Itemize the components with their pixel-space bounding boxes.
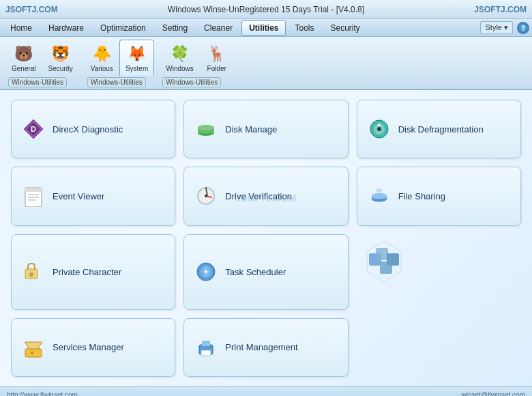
svg-point-31 xyxy=(205,270,207,273)
help-button[interactable]: ? xyxy=(517,22,529,34)
tool-card-label: Print Management xyxy=(225,342,297,352)
svg-rect-40 xyxy=(202,341,210,346)
private-character-icon xyxy=(21,259,46,284)
toolbar-btn-label: Various xyxy=(91,65,113,72)
svg-rect-28 xyxy=(31,274,32,277)
toolbar-btn-windows[interactable]: 🍀Windows xyxy=(160,40,200,76)
footer: http://www.tlwinset.com winset@tlwinset.… xyxy=(0,386,532,396)
decoration-cube xyxy=(357,234,521,310)
tool-card-drive-verification[interactable]: Drive Verification xyxy=(183,167,348,225)
disk-defragmentation-icon: ▲ xyxy=(367,117,391,141)
brand-left: JSOFTJ.COM xyxy=(5,5,58,14)
menu-item-setting[interactable]: Setting xyxy=(155,20,195,36)
tool-card-label: Services Manager xyxy=(53,342,124,352)
tool-card-task-scheduler[interactable]: Task Scheduler xyxy=(183,234,348,310)
menu-item-cleaner[interactable]: Cleaner xyxy=(196,20,240,36)
services-manager-icon xyxy=(21,335,46,360)
toolbar-group-label-2[interactable]: Windows-Utilities xyxy=(162,77,221,87)
tool-card-disk-defragmentation[interactable]: ▲Disk Defragmentation xyxy=(357,100,521,158)
toolbar-group-label-1[interactable]: Windows-Utilities xyxy=(87,77,146,87)
brand-right: JSOFTJ.COM xyxy=(474,5,527,14)
toolbar-btn-system[interactable]: 🦊System xyxy=(119,40,154,76)
svg-text:▲: ▲ xyxy=(376,122,381,126)
tool-card-label: Event Viewer xyxy=(53,191,104,201)
menu-item-home[interactable]: Home xyxy=(3,20,40,36)
toolbar: 🐻General🐯SecurityWindows-Utilities🐥Vario… xyxy=(0,37,532,90)
menu-item-utilities[interactable]: Utilities xyxy=(241,20,286,36)
toolbar-btn-label: Security xyxy=(48,65,73,72)
menubar: HomeHardwareOptimizationSettingCleanerUt… xyxy=(0,19,532,37)
app-title: Windows Winse-UnRegistered 15 Days Trial… xyxy=(168,5,364,14)
main-content: DDirecX DiagnosticDisk Manage▲Disk Defra… xyxy=(0,90,532,386)
toolbar-group-label-0[interactable]: Windows-Utilities xyxy=(8,77,67,87)
svg-text:D: D xyxy=(31,125,36,133)
disk-manage-icon xyxy=(194,117,218,141)
tool-card-label: Disk Manage xyxy=(225,124,277,135)
drive-verification-icon xyxy=(194,184,218,208)
tool-card-event-viewer[interactable]: Event Viewer xyxy=(11,167,175,225)
toolbar-btn-label: System xyxy=(125,65,148,72)
footer-left: http://www.tlwinset.com xyxy=(7,391,78,396)
toolbar-btn-label: General xyxy=(12,65,36,72)
svg-point-10 xyxy=(377,127,381,131)
menu-item-hardware[interactable]: Hardware xyxy=(41,20,91,36)
tool-card-label: File Sharing xyxy=(398,191,445,201)
menu-item-optimization[interactable]: Optimization xyxy=(93,20,153,36)
tool-card-print-management[interactable]: Print Management xyxy=(183,318,348,377)
folder-icon: 🦌 xyxy=(206,43,228,65)
svg-rect-13 xyxy=(25,188,42,192)
svg-line-21 xyxy=(201,190,201,191)
svg-point-20 xyxy=(205,195,207,197)
tool-card-direcx-diagnostic[interactable]: DDirecX Diagnostic xyxy=(11,100,175,158)
titlebar: JSOFTJ.COM Windows Winse-UnRegistered 15… xyxy=(0,0,532,19)
tool-card-private-character[interactable]: Private Character xyxy=(11,234,175,310)
menu-item-tools[interactable]: Tools xyxy=(287,20,321,36)
tool-card-label: Drive Verification xyxy=(225,191,292,201)
tool-card-file-sharing[interactable]: File Sharing xyxy=(357,167,521,225)
security-icon: 🐯 xyxy=(50,43,72,65)
tool-card-services-manager[interactable]: Services Manager xyxy=(11,318,175,377)
tool-card-label: Task Scheduler xyxy=(225,267,286,277)
svg-point-42 xyxy=(210,346,212,348)
toolbar-group-1: 🐥Various🦊SystemWindows-Utilities xyxy=(85,40,155,89)
tool-card-disk-manage[interactable]: Disk Manage xyxy=(183,100,348,158)
toolbar-btn-label: Folder xyxy=(207,65,226,72)
direcx-diagnostic-icon: D xyxy=(21,117,46,141)
file-sharing-icon xyxy=(367,184,391,208)
menu-right: Style ▾ ? xyxy=(480,21,529,34)
svg-point-7 xyxy=(198,125,214,130)
various-icon: 🐥 xyxy=(91,43,113,65)
toolbar-btn-general[interactable]: 🐻General xyxy=(5,40,42,76)
tool-card-label: Private Character xyxy=(53,267,121,277)
system-icon: 🦊 xyxy=(126,43,148,65)
toolbar-btn-various[interactable]: 🐥Various xyxy=(85,40,119,76)
task-scheduler-icon xyxy=(194,259,218,284)
menu-item-security[interactable]: Security xyxy=(323,20,368,36)
toolbar-group-0: 🐻General🐯SecurityWindows-Utilities xyxy=(5,40,79,89)
toolbar-btn-label: Windows xyxy=(166,65,194,72)
tool-card-label: Disk Defragmentation xyxy=(398,124,484,135)
svg-point-38 xyxy=(31,352,33,354)
svg-rect-36 xyxy=(380,261,392,274)
style-button[interactable]: Style ▾ xyxy=(480,21,513,34)
tool-card-label: DirecX Diagnostic xyxy=(53,124,123,135)
toolbar-content: 🐻General🐯SecurityWindows-Utilities🐥Vario… xyxy=(5,40,234,89)
general-icon: 🐻 xyxy=(13,43,35,65)
svg-rect-41 xyxy=(201,350,211,356)
menu-items: HomeHardwareOptimizationSettingCleanerUt… xyxy=(3,20,368,36)
print-management-icon xyxy=(194,335,218,360)
windows-icon: 🍀 xyxy=(169,43,191,65)
toolbar-btn-security[interactable]: 🐯Security xyxy=(42,40,79,76)
toolbar-group-2: 🍀Windows🦌FolderWindows-Utilities xyxy=(160,40,234,89)
event-viewer-icon xyxy=(21,184,46,208)
svg-point-25 xyxy=(372,193,387,199)
toolbar-btn-folder[interactable]: 🦌Folder xyxy=(200,40,234,76)
footer-right: winset@tlwinset.com xyxy=(461,391,525,396)
svg-rect-34 xyxy=(376,248,388,260)
